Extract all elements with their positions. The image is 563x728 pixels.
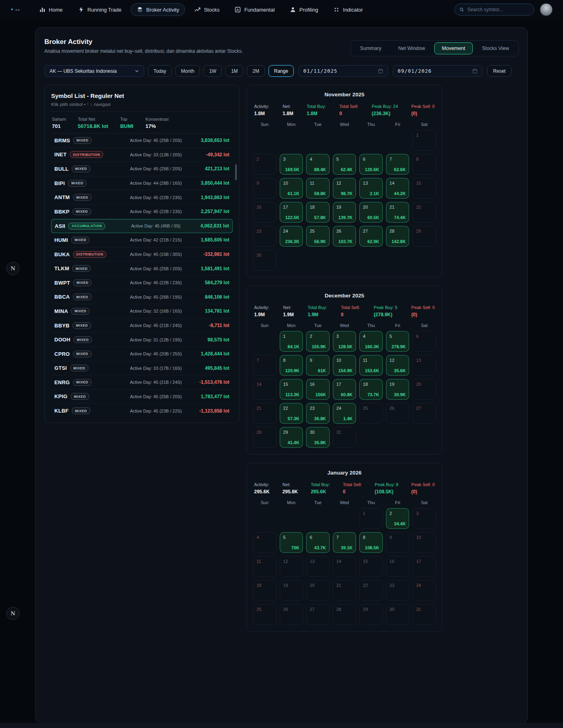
- calendar-day-cell[interactable]: 1930.9K: [386, 379, 410, 400]
- symbol-row-tlkm[interactable]: TLKMMIXEDActive Day: 45 (25B / 20S)1,581…: [51, 261, 233, 276]
- calendar-day-cell[interactable]: 10154.9K: [333, 355, 356, 376]
- calendar-day-cell[interactable]: 2762.9K: [359, 226, 383, 247]
- symbol-row-bbyb[interactable]: BBYBMIXEDActive Day: 45 (21B / 24S)-8,71…: [51, 319, 233, 333]
- calendar-day-cell[interactable]: 6: [412, 331, 436, 352]
- calendar-day-cell[interactable]: 3: [412, 508, 436, 529]
- symbol-row-bbkp[interactable]: BBKPMIXEDActive Day: 45 (22B / 23S)2,257…: [51, 205, 233, 219]
- calendar-day-cell[interactable]: 3169.5K: [280, 154, 303, 175]
- calendar-day-cell[interactable]: 24236.3K: [280, 226, 303, 247]
- calendar-day-cell[interactable]: 2336.8K: [306, 403, 330, 424]
- calendar-day-cell[interactable]: 762.6K: [386, 154, 410, 175]
- calendar-day-cell[interactable]: 17: [412, 556, 436, 577]
- calendar-day-cell[interactable]: 14: [253, 379, 277, 400]
- calendar-day-cell[interactable]: 2155.9K: [306, 331, 330, 352]
- calendar-day-cell[interactable]: 28142.8K: [386, 226, 410, 247]
- calendar-day-cell[interactable]: 488.4K: [306, 154, 330, 175]
- calendar-day-cell[interactable]: 20: [412, 379, 436, 400]
- calendar-day-cell[interactable]: 29: [359, 604, 383, 625]
- calendar-day-cell[interactable]: 21: [333, 580, 356, 601]
- calendar-day-cell[interactable]: 11153.6K: [359, 355, 383, 376]
- symbol-row-brms[interactable]: BRMSMIXEDActive Day: 45 (25B / 20S)3,838…: [51, 134, 233, 148]
- calendar-day-cell[interactable]: 26: [280, 604, 303, 625]
- symbol-row-humi[interactable]: HUMIMIXEDActive Day: 42 (21B / 21S)1,685…: [51, 233, 233, 247]
- calendar-day-cell[interactable]: 570K: [280, 532, 303, 553]
- calendar-day-cell[interactable]: 1298.7K: [333, 178, 356, 199]
- calendar-day-cell[interactable]: 9: [386, 532, 410, 553]
- calendar-day-cell[interactable]: 9: [253, 178, 277, 199]
- calendar-day-cell[interactable]: 241.4K: [333, 403, 356, 424]
- nav-item-running-trade[interactable]: Running Trade: [72, 3, 127, 16]
- symbol-row-kpig[interactable]: KPIGMIXEDActive Day: 45 (25B / 20S)1,783…: [51, 390, 233, 404]
- calendar-day-cell[interactable]: 31: [412, 604, 436, 625]
- calendar-day-cell[interactable]: 22: [359, 580, 383, 601]
- search-input[interactable]: [468, 7, 529, 12]
- calendar-day-cell[interactable]: 6120.6K: [359, 154, 383, 175]
- calendar-day-cell[interactable]: 28: [253, 427, 277, 448]
- range-button-1w[interactable]: 1W: [203, 65, 222, 77]
- calendar-day-cell[interactable]: 8120.9K: [280, 355, 303, 376]
- calendar-day-cell[interactable]: 1444.2K: [386, 178, 410, 199]
- calendar-day-cell[interactable]: 234.4K: [386, 508, 410, 529]
- symbol-row-enrg[interactable]: ENRGMIXEDActive Day: 45 (21B / 24S)-1,51…: [51, 375, 233, 390]
- symbol-row-bbca[interactable]: BBCAMIXEDActive Day: 45 (26B / 19S)846,1…: [51, 290, 233, 305]
- search-box[interactable]: [454, 4, 534, 16]
- calendar-day-cell[interactable]: 1158.8K: [306, 178, 330, 199]
- symbol-row-asii[interactable]: ASIIACCUMULATIONActive Day: 45 (45B / 0S…: [51, 219, 233, 233]
- range-button-1m[interactable]: 1M: [225, 65, 243, 77]
- calendar-day-cell[interactable]: 26103.7K: [333, 226, 356, 247]
- calendar-day-cell[interactable]: 132.1K: [359, 178, 383, 199]
- calendar-day-cell[interactable]: 12: [280, 556, 303, 577]
- calendar-day-cell[interactable]: 30: [386, 604, 410, 625]
- calendar-day-cell[interactable]: 23: [253, 226, 277, 247]
- calendar-day-cell[interactable]: 24: [412, 580, 436, 601]
- symbol-row-buka[interactable]: BUKADISTRIBUTIONActive Day: 45 (15B / 30…: [51, 247, 233, 262]
- calendar-day-cell[interactable]: 5278.9K: [386, 331, 410, 352]
- calendar-day-cell[interactable]: 1: [412, 130, 436, 151]
- calendar-day-cell[interactable]: 13: [306, 556, 330, 577]
- calendar-day-cell[interactable]: 1760.8K: [333, 379, 356, 400]
- calendar-day-cell[interactable]: 2257.3K: [280, 403, 303, 424]
- symbol-row-gtsi[interactable]: GTSIMIXEDActive Day: 33 (17B / 16S)495,8…: [51, 361, 233, 376]
- calendar-day-cell[interactable]: 31: [333, 427, 356, 448]
- calendar-day-cell[interactable]: 3035.8K: [306, 427, 330, 448]
- symbol-row-inet[interactable]: INETDISTRIBUTIONActive Day: 33 (13B / 20…: [51, 148, 233, 162]
- calendar-day-cell[interactable]: 4160.3K: [359, 331, 383, 352]
- calendar-day-cell[interactable]: 643.7K: [306, 532, 330, 553]
- calendar-day-cell[interactable]: 26: [386, 403, 410, 424]
- calendar-day-cell[interactable]: 28: [333, 604, 356, 625]
- calendar-day-cell[interactable]: 1061.1K: [280, 178, 303, 199]
- calendar-day-cell[interactable]: 19139.7K: [333, 202, 356, 223]
- calendar-day-cell[interactable]: 8108.5K: [359, 532, 383, 553]
- reset-button[interactable]: Reset: [487, 65, 511, 77]
- calendar-day-cell[interactable]: 18: [253, 580, 277, 601]
- calendar-day-cell[interactable]: 22: [412, 202, 436, 223]
- calendar-day-cell[interactable]: 16156K: [306, 379, 330, 400]
- calendar-day-cell[interactable]: 961K: [306, 355, 330, 376]
- calendar-day-cell[interactable]: 11: [253, 556, 277, 577]
- symbol-row-bull[interactable]: BULLMIXEDActive Day: 45 (25B / 20S)421,2…: [51, 162, 233, 176]
- calendar-day-cell[interactable]: 1235.6K: [386, 355, 410, 376]
- range-button-today[interactable]: Today: [148, 65, 172, 77]
- range-button-month[interactable]: Month: [175, 65, 200, 77]
- calendar-day-cell[interactable]: 15: [412, 178, 436, 199]
- calendar-day-cell[interactable]: 25: [359, 403, 383, 424]
- calendar-day-cell[interactable]: 2556.9K: [306, 226, 330, 247]
- calendar-day-cell[interactable]: 10: [412, 532, 436, 553]
- calendar-day-cell[interactable]: 2174.4K: [386, 202, 410, 223]
- nav-item-home[interactable]: Home: [33, 3, 69, 16]
- calendar-day-cell[interactable]: 17122.5K: [280, 202, 303, 223]
- nav-item-stocks[interactable]: Stocks: [188, 3, 225, 16]
- avatar[interactable]: [540, 3, 553, 16]
- scrollbar-thumb[interactable]: [235, 164, 237, 180]
- nav-item-broker-activity[interactable]: Broker Activity: [131, 3, 185, 16]
- symbol-row-dooh[interactable]: DOOHMIXEDActive Day: 31 (12B / 19S)98,57…: [51, 333, 233, 347]
- calendar-day-cell[interactable]: 19: [280, 580, 303, 601]
- calendar-day-cell[interactable]: 7: [253, 355, 277, 376]
- calendar-day-cell[interactable]: 20: [306, 580, 330, 601]
- range-button-2m[interactable]: 2M: [247, 65, 265, 77]
- calendar-day-cell[interactable]: 2060.5K: [359, 202, 383, 223]
- symbol-row-antm[interactable]: ANTMMIXEDActive Day: 45 (22B / 23S)1,943…: [51, 190, 233, 205]
- tab-net-window[interactable]: Net Window: [390, 42, 432, 54]
- calendar-day-cell[interactable]: 184.1K: [280, 331, 303, 352]
- calendar-day-cell[interactable]: 15: [359, 556, 383, 577]
